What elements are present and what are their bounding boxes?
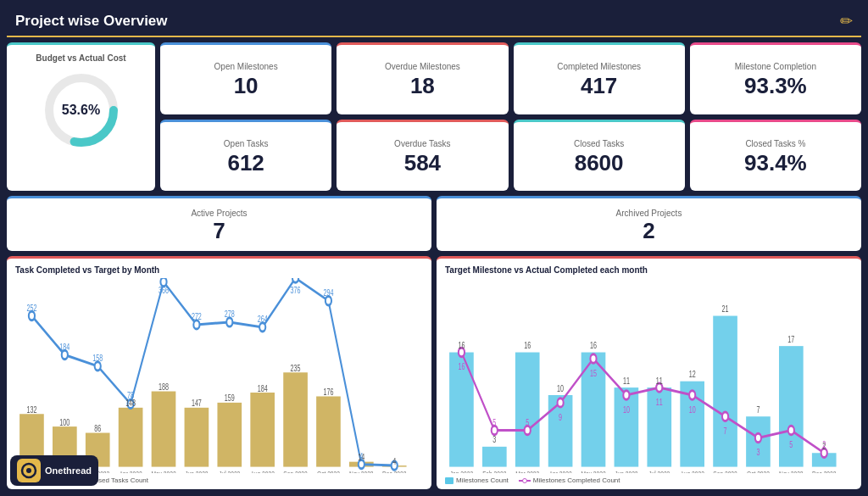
svg-text:Jul 2022: Jul 2022 (648, 470, 670, 473)
svg-text:278: 278 (225, 309, 235, 320)
svg-text:16: 16 (590, 341, 597, 351)
active-projects-value: 7 (213, 220, 225, 242)
svg-point-83 (788, 426, 794, 434)
svg-text:100: 100 (59, 417, 70, 427)
metric-value: 18 (410, 75, 435, 97)
legend-box-icon (445, 477, 453, 484)
svg-point-122 (26, 468, 31, 473)
svg-text:Oct 2022: Oct 2022 (747, 470, 770, 473)
svg-text:5: 5 (492, 417, 496, 427)
archived-projects-card: Archived Projects 2 (437, 196, 861, 251)
svg-text:Sep 2022: Sep 2022 (713, 470, 737, 473)
metric-value: 93.4% (744, 152, 807, 174)
metric-label: Closed Tasks % (745, 139, 805, 148)
svg-text:86: 86 (94, 424, 101, 434)
archived-projects-label: Archived Projects (616, 209, 682, 218)
onethread-logo: Onethread (10, 455, 98, 486)
svg-text:Dec 2022: Dec 2022 (812, 470, 837, 473)
svg-text:21: 21 (722, 304, 729, 315)
svg-text:May 2022: May 2022 (151, 470, 175, 473)
svg-text:235: 235 (291, 363, 301, 373)
milestone-chart-legend: Milestones Count Milestones Completed Co… (445, 476, 853, 484)
svg-text:16: 16 (458, 341, 465, 351)
svg-text:188: 188 (159, 382, 169, 393)
svg-text:184: 184 (59, 342, 70, 352)
metric-label: Completed Milestones (557, 62, 641, 71)
svg-text:Oct 2022: Oct 2022 (317, 470, 340, 473)
svg-text:294: 294 (323, 287, 333, 298)
svg-text:366: 366 (159, 285, 169, 295)
donut-value: 53.6% (62, 103, 100, 118)
svg-rect-63 (515, 353, 540, 467)
svg-rect-62 (482, 447, 507, 467)
svg-text:Nov 2022: Nov 2022 (349, 470, 374, 473)
svg-text:10: 10 (623, 404, 630, 415)
svg-text:5: 5 (526, 417, 529, 427)
svg-text:May 2022: May 2022 (581, 470, 605, 473)
svg-point-82 (755, 433, 761, 442)
svg-point-22 (292, 278, 298, 282)
svg-text:4: 4 (359, 451, 363, 461)
dashboard: Project wise Overview ✏ Budget vs Actual… (0, 0, 868, 496)
metric-closed-tasks: Closed Tasks 8600 (514, 120, 685, 192)
svg-text:Jun 2022: Jun 2022 (615, 470, 638, 473)
metric-open-milestones: Open Milestones 10 (160, 42, 331, 114)
metric-label: Open Milestones (214, 62, 278, 71)
svg-text:10: 10 (689, 404, 696, 415)
metric-milestone-completion: Milestone Completion 93.3% (690, 42, 861, 114)
legend-line-icon (519, 480, 531, 482)
metric-value: 8600 (575, 152, 624, 174)
svg-rect-10 (283, 372, 308, 466)
metric-label: Open Tasks (224, 139, 269, 148)
svg-text:252: 252 (26, 303, 36, 313)
metric-value: 584 (404, 152, 441, 174)
task-chart-card: Task Completed vs Target by Month (7, 256, 431, 489)
svg-text:3: 3 (492, 435, 496, 445)
svg-text:272: 272 (192, 312, 202, 322)
svg-text:2: 2 (822, 440, 826, 450)
active-projects-label: Active Projects (191, 209, 247, 218)
legend-milestones-count: Milestones Count (445, 476, 509, 484)
svg-text:Nov 2022: Nov 2022 (779, 470, 804, 473)
svg-rect-11 (316, 396, 341, 466)
svg-point-81 (722, 412, 728, 421)
svg-text:11: 11 (656, 398, 663, 408)
svg-rect-9 (250, 393, 275, 467)
logo-text: Onethread (45, 465, 92, 476)
svg-text:Sep 2022: Sep 2022 (283, 470, 308, 473)
milestone-chart-card: Target Milestone vs Actual Completed eac… (437, 256, 861, 489)
svg-text:7: 7 (724, 426, 727, 437)
svg-text:Feb 2022: Feb 2022 (482, 470, 506, 473)
archived-projects-value: 2 (643, 220, 654, 242)
svg-text:184: 184 (258, 383, 268, 393)
metric-closed-tasks-pct: Closed Tasks % 93.4% (690, 120, 861, 192)
svg-text:132: 132 (26, 404, 36, 415)
svg-text:Aug 2022: Aug 2022 (680, 470, 704, 473)
svg-text:9: 9 (559, 412, 562, 422)
svg-text:Aug 2022: Aug 2022 (250, 470, 275, 473)
metric-label: Overdue Tasks (394, 139, 451, 148)
svg-text:11: 11 (623, 376, 630, 386)
task-chart-area: 132 100 86 148 188 147 159 184 235 176 1… (15, 278, 423, 473)
svg-point-76 (558, 398, 564, 407)
svg-text:Jul 2022: Jul 2022 (219, 470, 240, 473)
svg-point-80 (689, 391, 695, 399)
svg-text:Jun 2022: Jun 2022 (185, 470, 209, 473)
svg-text:78: 78 (127, 391, 134, 401)
svg-point-77 (590, 354, 596, 363)
metric-value: 93.3% (744, 75, 807, 97)
svg-rect-7 (185, 408, 209, 467)
svg-text:5: 5 (789, 440, 793, 450)
legend-milestones-completed: Milestones Completed Count (519, 476, 620, 484)
svg-rect-6 (152, 392, 176, 467)
svg-text:159: 159 (225, 393, 235, 404)
metric-value: 417 (581, 75, 617, 97)
svg-text:15: 15 (590, 368, 597, 378)
budget-card: Budget vs Actual Cost 53.6% (7, 42, 155, 191)
svg-text:264: 264 (258, 315, 268, 325)
active-projects-card: Active Projects 7 (7, 196, 431, 251)
metric-label: Overdue Milestones (385, 62, 460, 71)
svg-text:176: 176 (323, 387, 333, 398)
svg-text:Jan 2022: Jan 2022 (450, 470, 474, 473)
svg-text:147: 147 (192, 398, 202, 409)
